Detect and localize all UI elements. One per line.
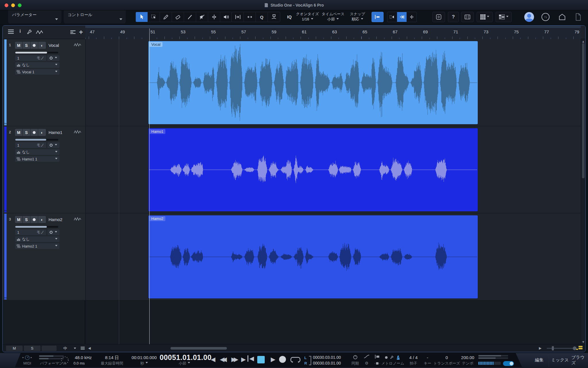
browse-view-button[interactable]: ブラウズ [571,353,588,367]
monitor-button[interactable]: ◐ [38,42,46,49]
track-height-selector[interactable]: 中 [59,346,71,351]
solo-button[interactable]: S [23,129,30,136]
global-mute-button[interactable]: M [6,346,23,351]
monitor-button[interactable]: ◐ [38,216,46,223]
playhead-ruler[interactable] [149,28,150,39]
gear-icon[interactable]: ⚙ [365,361,369,366]
return-to-start-button[interactable]: ◀ [247,355,255,362]
range-tool[interactable] [148,12,160,22]
split-tool[interactable] [208,12,220,22]
secondary-time-display[interactable]: 00:01:00.000 秒 [128,354,160,366]
macro-button[interactable] [432,12,445,22]
video-button[interactable] [461,12,474,22]
tempo-display[interactable]: 200.00 テンポ [459,354,476,366]
zoom-slider-thumb[interactable] [552,346,554,350]
timestretch-tool[interactable] [232,12,244,22]
next-bar-button[interactable]: ▶ [240,355,247,363]
cue-mix-toggle[interactable] [503,361,514,366]
vertical-scroll-thumb[interactable] [582,43,585,178]
record-arm-button[interactable] [30,216,38,223]
loop-range-values[interactable]: 00030.03.01.00 00030.03.01.00 [313,354,347,366]
mute-button[interactable]: M [15,129,23,136]
chevron-down-icon[interactable] [74,348,76,350]
fast-forward-button[interactable]: ▶▶ [229,355,241,363]
solo-button[interactable]: S [23,216,30,223]
page-scroll-button[interactable] [387,12,397,22]
key-display[interactable]: - キー [421,354,434,366]
zoom-slider[interactable] [547,348,575,349]
instrument-selector[interactable]: なし [15,62,59,68]
play-button[interactable]: ▶ [269,355,277,363]
track-list-menu-icon[interactable] [8,29,14,34]
metronome-settings-icon[interactable] [390,355,394,360]
mute-tool[interactable] [196,12,208,22]
grid-view-button[interactable] [477,12,493,22]
spacer-button[interactable] [42,346,57,351]
track-header[interactable]: 3MS◐Hamo21モノなしHamo2 1 [3,213,85,300]
track-header[interactable]: 1MS◐Vocal1モノなしVocal 1 [3,39,85,126]
eraser-tool[interactable] [172,12,184,22]
monitor-button[interactable]: ◐ [38,129,46,136]
pencil-tool[interactable] [160,12,172,22]
loop-button[interactable] [289,356,301,363]
rewind-button[interactable]: ◀◀ [218,355,229,363]
quantize-selector[interactable]: クオンタイズ 1/16 [295,12,320,22]
horizontal-scroll-thumb[interactable] [171,347,227,350]
inspector-icon[interactable]: i [19,28,22,34]
parameter-dropdown[interactable]: パラメーター [8,10,61,24]
listen-tool[interactable] [220,12,232,22]
input-channel-selector[interactable]: 1モノ [15,142,46,148]
bus-selector[interactable]: Hamo1 1 [15,156,59,162]
global-solo-button[interactable]: S [24,346,40,351]
prerecord-control[interactable]: ⚙ [362,354,372,366]
track-header[interactable]: 2MS◐Hamo11モノなしHamo1 1 [3,126,85,213]
sync-control[interactable]: 同期 [349,354,362,366]
timebase-selector[interactable]: タイムベース 小節 [322,12,345,22]
input-mode-button[interactable] [47,55,59,61]
list-icon[interactable] [81,346,85,350]
track-lanes[interactable]: VocalHamo1Hamo2 [86,39,581,344]
scroll-left-icon[interactable]: ◀ [88,346,91,350]
split-view-button[interactable] [407,12,417,22]
instrument-selector[interactable]: なし [15,236,59,242]
zoom-preset-icon[interactable] [579,348,583,349]
metronome-icon[interactable] [396,355,401,360]
bend-tool[interactable] [268,12,280,22]
sync-icon[interactable]: ↑↓ [541,13,550,21]
instrument-selector[interactable]: なし [15,149,59,155]
spread-tool[interactable] [244,12,256,22]
playhead[interactable] [149,39,150,344]
mute-button[interactable]: M [15,216,23,223]
mute-button[interactable]: M [15,42,23,49]
wrench-icon[interactable] [26,29,32,35]
zoom-preset-icon[interactable] [579,346,583,347]
input-mode-button[interactable] [47,142,59,148]
main-time-display[interactable]: 00051.01.01.00 小節 [160,354,209,366]
quantize-q-tool[interactable]: Q [256,12,268,22]
audio-clip[interactable]: Hamo1 [148,128,478,211]
timeline-ruler[interactable]: 4749515355575961636567697173757779 [85,26,581,39]
samplerate-display[interactable]: 48.0 kHz 0.0 ms [71,354,95,366]
browser-page-icon[interactable] [574,13,582,21]
home-icon[interactable] [558,13,566,21]
audio-clip[interactable]: Hamo2 [148,215,478,298]
volume-slider[interactable] [15,139,58,141]
vertical-scrollbar[interactable]: ▲ ▼ [581,39,585,344]
account-avatar[interactable] [524,12,534,22]
mix-view-button[interactable]: ミックス [549,353,571,367]
bus-selector[interactable]: Hamo2 1 [15,243,59,249]
follow-playhead-button[interactable] [397,12,407,22]
scroll-down-icon[interactable]: ▼ [581,340,585,344]
solo-button[interactable]: S [23,42,30,49]
help-button[interactable]: ? [448,12,459,22]
add-track-button[interactable]: + [79,28,83,36]
volume-slider[interactable] [15,226,58,228]
input-mode-button[interactable] [47,229,59,235]
add-view-button[interactable] [496,12,512,22]
snap-mode-selector[interactable]: スナップ 順応 [347,12,368,22]
scroll-right-icon[interactable]: ▶ [539,346,541,350]
automation-icon[interactable] [36,30,43,34]
edit-view-button[interactable]: 編集 [530,353,549,367]
audio-clip[interactable]: Vocal [148,41,478,124]
volume-slider[interactable] [15,52,58,53]
